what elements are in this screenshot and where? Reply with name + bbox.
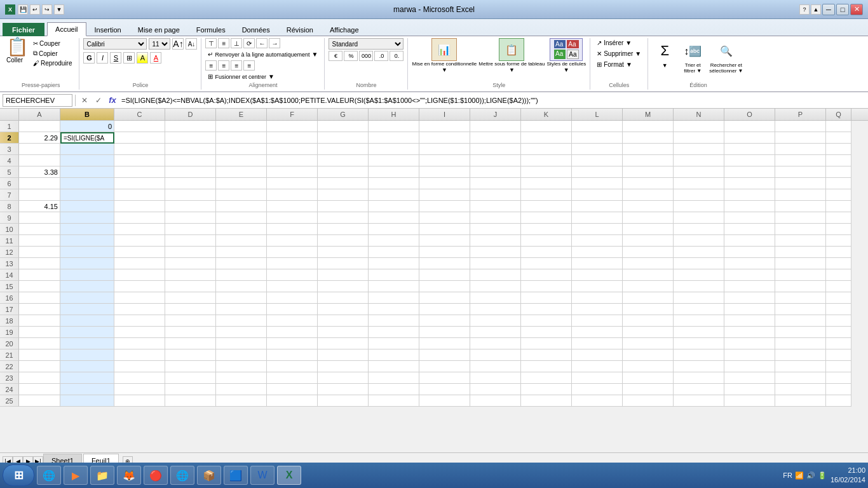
cell-b1[interactable]: 0: [60, 121, 114, 132]
cell-q2[interactable]: [826, 132, 851, 144]
col-header-a[interactable]: A: [19, 109, 60, 120]
row-num-2[interactable]: 2: [0, 132, 19, 144]
cell-p2[interactable]: [775, 132, 826, 144]
cell-a2[interactable]: 2.29: [19, 132, 60, 144]
cell-k3[interactable]: [521, 144, 572, 155]
font-color-btn[interactable]: A: [150, 52, 161, 64]
tab-accueil[interactable]: Accueil: [47, 22, 86, 36]
minimize-btn[interactable]: ─: [822, 4, 835, 15]
cell-p5[interactable]: [775, 166, 826, 178]
cell-c6[interactable]: [114, 178, 165, 189]
mise-forme-conditionnelle-btn[interactable]: 📊 Mise en forme conditionnelle ▼: [412, 38, 477, 73]
cell-b7[interactable]: [60, 189, 114, 201]
cell-f2[interactable]: [267, 132, 318, 144]
increase-font-btn[interactable]: A↑: [172, 38, 184, 50]
cell-q1[interactable]: [826, 121, 851, 132]
cell-l3[interactable]: [572, 144, 623, 155]
cell-a6[interactable]: [19, 178, 60, 189]
somme-btn[interactable]: Σ ▼: [652, 38, 677, 75]
cell-o3[interactable]: [724, 144, 775, 155]
tab-insertion[interactable]: Insertion: [86, 23, 130, 36]
taskbar-item-word[interactable]: W: [250, 466, 275, 485]
mettre-tableau-btn[interactable]: 📋 Mettre sous forme de tableau ▼: [478, 38, 545, 73]
taskbar-item-firefox[interactable]: 🦊: [117, 466, 141, 485]
cell-k1[interactable]: [521, 121, 572, 132]
row-num-9[interactable]: 9: [0, 212, 19, 224]
tab-mise-en-page[interactable]: Mise en page: [130, 23, 188, 36]
taskbar-item-skype[interactable]: 🟦: [224, 466, 248, 485]
cell-e3[interactable]: [216, 144, 267, 155]
col-header-d[interactable]: D: [165, 109, 216, 120]
cell-j3[interactable]: [470, 144, 521, 155]
cell-c2[interactable]: [114, 132, 165, 144]
taskbar-item-explorer[interactable]: 📁: [90, 466, 114, 485]
taskbar-item-transfer[interactable]: 📦: [197, 466, 221, 485]
cell-l5[interactable]: [572, 166, 623, 178]
align-justify-btn[interactable]: ≡: [243, 60, 255, 71]
cell-p3[interactable]: [775, 144, 826, 155]
cell-g4[interactable]: [318, 155, 369, 166]
cell-d1[interactable]: [165, 121, 216, 132]
cell-j1[interactable]: [470, 121, 521, 132]
col-header-m[interactable]: M: [623, 109, 674, 120]
row-num-11[interactable]: 11: [0, 235, 19, 247]
cell-k4[interactable]: [521, 155, 572, 166]
cell-q3[interactable]: [826, 144, 851, 155]
insert-function-btn[interactable]: fx: [106, 94, 119, 107]
help-btn[interactable]: ?: [799, 4, 810, 15]
row-num-12[interactable]: 12: [0, 247, 19, 258]
cell-f1[interactable]: [267, 121, 318, 132]
indent-decrease-btn[interactable]: ←: [256, 38, 268, 48]
cell-j2[interactable]: [470, 132, 521, 144]
row-num-18[interactable]: 18: [0, 315, 19, 327]
percent-btn[interactable]: %: [344, 51, 358, 61]
copier-btn[interactable]: ⧉ Copier: [31, 49, 74, 58]
size-select[interactable]: 11: [149, 38, 170, 50]
taskbar-item-ie[interactable]: 🌐: [37, 466, 61, 485]
cell-a3[interactable]: [19, 144, 60, 155]
row-num-1[interactable]: 1: [0, 121, 19, 132]
redo-quick-btn[interactable]: ↪: [42, 4, 52, 15]
col-header-o[interactable]: O: [724, 109, 775, 120]
col-header-q[interactable]: Q: [826, 109, 851, 120]
cell-j5[interactable]: [470, 166, 521, 178]
cell-f5[interactable]: [267, 166, 318, 178]
cell-c1[interactable]: [114, 121, 165, 132]
cell-e1[interactable]: [216, 121, 267, 132]
name-box[interactable]: [3, 94, 72, 107]
row-num-25[interactable]: 25: [0, 395, 19, 407]
cell-n3[interactable]: [674, 144, 724, 155]
row-num-14[interactable]: 14: [0, 269, 19, 281]
border-btn[interactable]: ⊞: [123, 52, 135, 64]
align-right-btn[interactable]: ≡: [231, 60, 242, 71]
supprimer-btn[interactable]: ✕ Supprimer ▼: [594, 49, 644, 58]
cell-l2[interactable]: [572, 132, 623, 144]
cell-h4[interactable]: [369, 155, 419, 166]
cell-l1[interactable]: [572, 121, 623, 132]
col-header-p[interactable]: P: [775, 109, 826, 120]
cell-p4[interactable]: [775, 155, 826, 166]
wrap-text-btn[interactable]: ↵ Renvoyer à la ligne automatiquement ▼: [205, 50, 320, 59]
row-num-17[interactable]: 17: [0, 304, 19, 315]
tab-affichage[interactable]: Affichage: [322, 23, 367, 36]
cell-i5[interactable]: [419, 166, 470, 178]
close-btn[interactable]: ✕: [850, 4, 863, 15]
col-header-b[interactable]: B: [60, 109, 114, 120]
cell-g5[interactable]: [318, 166, 369, 178]
row-num-13[interactable]: 13: [0, 258, 19, 269]
formula-input[interactable]: [121, 94, 865, 107]
col-header-e[interactable]: E: [216, 109, 267, 120]
cell-q5[interactable]: [826, 166, 851, 178]
tab-formules[interactable]: Formules: [188, 23, 234, 36]
confirm-formula-btn[interactable]: ✓: [92, 94, 105, 107]
cell-o4[interactable]: [724, 155, 775, 166]
align-middle-btn[interactable]: ≡: [218, 38, 229, 48]
cell-p1[interactable]: [775, 121, 826, 132]
cancel-formula-btn[interactable]: ✕: [78, 94, 91, 107]
cell-b6[interactable]: [60, 178, 114, 189]
increase-decimal-btn[interactable]: .0: [374, 51, 388, 61]
cell-q4[interactable]: [826, 155, 851, 166]
row-num-16[interactable]: 16: [0, 292, 19, 304]
taskbar-item-media[interactable]: ▶: [64, 466, 88, 485]
col-header-i[interactable]: I: [419, 109, 470, 120]
